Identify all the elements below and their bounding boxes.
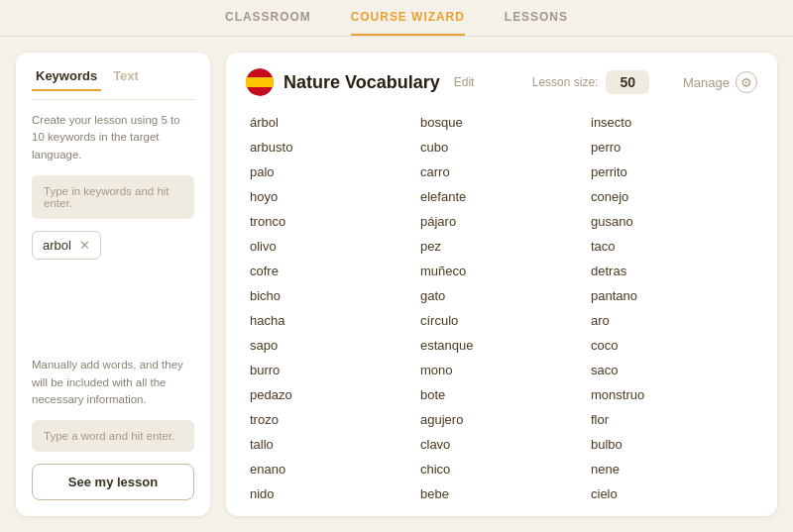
tab-text[interactable]: Text xyxy=(109,68,143,91)
keyword-tag-text: arbol xyxy=(43,238,71,253)
list-item: carro xyxy=(416,160,587,184)
list-item: perro xyxy=(587,135,757,160)
lesson-size-value[interactable]: 50 xyxy=(606,70,649,94)
list-item: perrito xyxy=(587,160,757,184)
keyword-input-placeholder[interactable]: Type in keywords and hit enter. xyxy=(32,175,194,219)
list-item: tronco xyxy=(246,209,416,234)
list-item: hoyo xyxy=(246,184,416,209)
list-item: bulbo xyxy=(587,432,757,457)
list-item: trozo xyxy=(246,407,416,432)
list-item: árbol xyxy=(246,110,416,135)
manage-label: Manage xyxy=(683,75,730,90)
list-item: conejo xyxy=(587,184,757,209)
edit-link[interactable]: Edit xyxy=(454,75,475,89)
list-item: círculo xyxy=(416,308,587,333)
list-item: estanque xyxy=(416,333,587,358)
main-content: Keywords Text Create your lesson using 5… xyxy=(0,37,793,532)
list-item: insecto xyxy=(587,110,757,135)
list-item: saco xyxy=(587,358,757,382)
lesson-size-area: Lesson size: 50 xyxy=(532,70,649,94)
list-item: palo xyxy=(246,160,416,184)
list-item: monstruo xyxy=(587,382,757,407)
top-navigation: CLASSROOM COURSE WIZARD LESSONS xyxy=(0,0,793,37)
list-item: gato xyxy=(416,283,587,308)
list-item: flor xyxy=(587,407,757,432)
list-item: cofre xyxy=(246,259,416,283)
list-item: muñeco xyxy=(416,259,587,283)
list-item: bicho xyxy=(246,283,416,308)
list-item: arbusto xyxy=(246,135,416,160)
keyword-tag-remove[interactable]: ✕ xyxy=(79,239,90,252)
list-item: enano xyxy=(246,457,416,481)
manual-instruction: Manually add words, and they will be inc… xyxy=(32,357,194,408)
list-item: cielo xyxy=(587,481,757,500)
list-item: aro xyxy=(587,308,757,333)
word-grid: árbolbosqueinsectoarbustocuboperropaloca… xyxy=(246,110,757,500)
gear-icon: ⚙ xyxy=(736,71,757,93)
keyword-tag: arbol ✕ xyxy=(32,231,101,260)
nav-lessons[interactable]: LESSONS xyxy=(505,10,568,36)
see-lesson-button[interactable]: See my lesson xyxy=(32,464,194,500)
nav-course-wizard[interactable]: COURSE WIZARD xyxy=(351,10,465,36)
right-panel: Nature Vocabulary Edit Lesson size: 50 M… xyxy=(226,53,777,516)
list-item: mono xyxy=(416,358,587,382)
list-item: tallo xyxy=(246,432,416,457)
nav-classroom[interactable]: CLASSROOM xyxy=(225,10,311,36)
keywords-instruction: Create your lesson using 5 to 10 keyword… xyxy=(32,112,194,163)
list-item: bebe xyxy=(416,481,587,500)
lesson-title: Nature Vocabulary xyxy=(283,72,440,93)
list-item: burro xyxy=(246,358,416,382)
list-item: nido xyxy=(246,481,416,500)
list-item: chico xyxy=(416,457,587,481)
list-item: bote xyxy=(416,382,587,407)
list-item: olivo xyxy=(246,234,416,259)
left-panel-tabs: Keywords Text xyxy=(32,68,194,100)
list-item: clavo xyxy=(416,432,587,457)
tab-keywords[interactable]: Keywords xyxy=(32,68,101,91)
list-item: elefante xyxy=(416,184,587,209)
list-item: pez xyxy=(416,234,587,259)
list-item: taco xyxy=(587,234,757,259)
list-item: coco xyxy=(587,333,757,358)
left-panel: Keywords Text Create your lesson using 5… xyxy=(16,53,210,516)
list-item: pedazo xyxy=(246,382,416,407)
list-item: detras xyxy=(587,259,757,283)
word-input-placeholder[interactable]: Type a word and hit enter. xyxy=(32,420,194,452)
spain-flag-icon xyxy=(246,68,274,96)
list-item: bosque xyxy=(416,110,587,135)
manage-area[interactable]: Manage ⚙ xyxy=(683,71,757,93)
panel-header: Nature Vocabulary Edit Lesson size: 50 M… xyxy=(246,68,757,96)
list-item: pantano xyxy=(587,283,757,308)
list-item: pájaro xyxy=(416,209,587,234)
lesson-size-label-text: Lesson size: xyxy=(532,75,599,89)
list-item: agujero xyxy=(416,407,587,432)
list-item: sapo xyxy=(246,333,416,358)
list-item: nene xyxy=(587,457,757,481)
list-item: gusano xyxy=(587,209,757,234)
svg-rect-1 xyxy=(246,77,274,87)
list-item: hacha xyxy=(246,308,416,333)
list-item: cubo xyxy=(416,135,587,160)
